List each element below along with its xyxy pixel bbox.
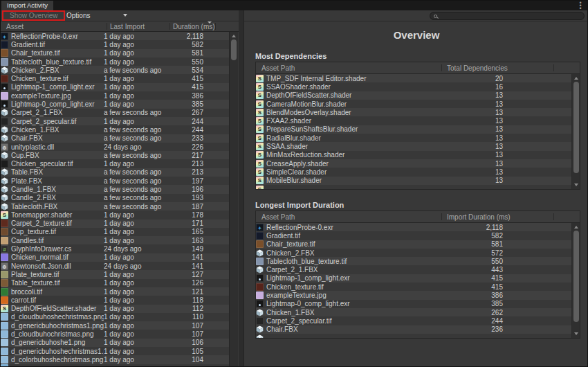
column-import-duration[interactable]: Import Duration (ms) (447, 213, 511, 221)
table-row[interactable]: Lightmap-0_comp_light.exr385 (256, 300, 571, 308)
table-row[interactable]: SFXAA2.shader13 (256, 116, 571, 125)
table-row[interactable]: SPrepareSunShaftsBlur.shader13 (256, 125, 571, 134)
last-import-value: 1 day ago (104, 75, 166, 82)
table-row[interactable]: ⚙unityplastic.dll24 days ago226 (1, 143, 229, 151)
table-row[interactable]: Lightmap-0_comp_light.exr1 day ago385 (1, 100, 229, 108)
column-asset-path[interactable]: Asset Path (261, 64, 295, 72)
table-row[interactable]: Candles.tif1 day ago163 (1, 236, 229, 244)
scroll-up-icon[interactable] (574, 226, 578, 229)
table-row[interactable]: SDepthOfFieldScatter.shader1 day ago112 (1, 305, 229, 313)
table-row[interactable]: ✦ReflectionProbe-0.exr1 day ago2,118 (1, 32, 229, 40)
table-row[interactable]: SSSAOShader.shader16 (256, 82, 571, 91)
table-row[interactable]: Chair_texture.tif581 (256, 240, 571, 249)
table-row[interactable]: SCameraMotionBlur.shader13 (256, 100, 571, 108)
scrollbar-thumb[interactable] (231, 39, 237, 60)
table-row[interactable]: SCreaseApply.shader13 (256, 159, 571, 168)
table-row[interactable]: Carpet_2_specular.tif1 day ago244 (1, 117, 229, 125)
table-row[interactable]: broccoli.tif1 day ago121 (1, 287, 229, 296)
table-row[interactable]: Tablecloth_blue_texture.tif550 (256, 257, 571, 265)
table-row[interactable]: SBlendModesOverlay.shader13 (256, 108, 571, 116)
table-row[interactable]: #GlyphInfoDrawer.cs24 days ago149 (1, 244, 229, 253)
scrollbar-vertical[interactable] (229, 32, 238, 367)
pane-divider[interactable] (239, 10, 244, 367)
table-row[interactable]: exampleTexture.jpg1 day ago386 (1, 91, 229, 100)
search-box[interactable] (430, 12, 585, 20)
table-row[interactable]: Cup_texture.tif1 day ago165 (1, 228, 229, 236)
table-row[interactable]: Chicken_2.FBX572 (256, 249, 571, 257)
table-row[interactable]: Plate_texture.tif1 day ago127 (1, 270, 229, 278)
table-row[interactable]: Table.FBXa few seconds ago213 (1, 168, 229, 177)
table-row[interactable]: STMP_SDF Internal Editor.shader20 (256, 74, 571, 82)
table-row[interactable]: d_colorbuhoshechristmas.png1 day ago104 (1, 355, 229, 364)
kebab-menu-icon[interactable]: ••• (578, 1, 583, 10)
table-row[interactable]: Table_texture.tif1 day ago126 (1, 279, 229, 287)
scrollbar-thumb[interactable] (573, 231, 579, 322)
table-row[interactable]: ✦ReflectionProbe-0.exr2,118 (256, 223, 571, 231)
table-row[interactable]: SDepthOfFieldScatter.shader13 (256, 91, 571, 100)
scrollbar-vertical[interactable] (571, 223, 580, 338)
table-row[interactable]: SRadialBlur.shader13 (256, 134, 571, 142)
table-row[interactable]: d_genericbuhoshechristmas1.png1 day ago1… (1, 347, 229, 355)
tab-import-activity[interactable]: Import Activity (1, 1, 53, 10)
table-row[interactable]: Carpet_2_1.FBX443 (256, 265, 571, 274)
scrollbar-vertical[interactable] (571, 74, 580, 189)
scroll-down-icon[interactable] (574, 332, 578, 335)
table-row[interactable]: ⚙Newtonsoft.Json.dll24 days ago141 (1, 262, 229, 270)
scroll-down-icon[interactable] (574, 184, 578, 186)
table-row-partial[interactable]: S (256, 185, 571, 189)
column-last-import[interactable]: Last Import (110, 23, 145, 30)
table-row[interactable]: Lightmap-1_comp_light.exr1 day ago415 (1, 83, 229, 91)
table-row[interactable]: exampleTexture.jpg386 (256, 291, 571, 299)
asset-name: Carpet_2_1.FBX (11, 109, 104, 116)
table-row[interactable]: d_genericbuhochristmas1.png1 day ago107 (1, 321, 229, 330)
table-row[interactable]: Carpet_2_texture.tif1 day ago171 (1, 220, 229, 228)
table-row[interactable]: STonemapper.shader1 day ago178 (1, 211, 229, 219)
table-row[interactable]: Chicken_texture.tif415 (256, 283, 571, 291)
column-total-dependencies[interactable]: Total Dependencies (447, 64, 508, 72)
table-row[interactable]: Cup.FBXa few seconds ago217 (1, 151, 229, 159)
table-row[interactable]: Candle_1.FBXa few seconds ago196 (1, 185, 229, 193)
show-overview-button[interactable]: Show Overview (2, 10, 65, 21)
table-row[interactable]: Tablecloth.FBXa few seconds ago187 (1, 202, 229, 211)
table-row[interactable]: SMobileBlur.shader13 (256, 177, 571, 185)
scrollbar-thumb[interactable] (573, 82, 579, 173)
search-input[interactable] (440, 12, 580, 19)
table-row[interactable]: Chicken_1.FBXa few seconds ago244 (1, 125, 229, 134)
table-row[interactable]: d_genericbuhoshe1.png1 day ago106 (1, 339, 229, 347)
table-row[interactable]: Chair_texture.tif1 day ago581 (1, 49, 229, 57)
scroll-up-icon[interactable] (574, 77, 578, 80)
table-row[interactable]: Gradient.tif1 day ago582 (1, 40, 229, 48)
shader-icon: S (256, 143, 264, 150)
options-dropdown[interactable]: Options (66, 11, 127, 20)
table-row[interactable]: Chair.FBXa few seconds ago233 (1, 134, 229, 143)
column-asset[interactable]: Asset (6, 23, 24, 30)
table-row[interactable]: Gradient.tif582 (256, 231, 571, 240)
texture-icon (1, 237, 8, 244)
table-row[interactable]: Plate.FBXa few seconds ago197 (1, 177, 229, 185)
table-row[interactable]: Chicken_specular.tif1 day ago213 (1, 159, 229, 168)
table-row[interactable]: Carpet_2_specular.tif244 (256, 316, 571, 325)
longest-import-table: Asset Path Import Duration (ms) ✦Reflect… (255, 211, 580, 339)
table-row[interactable]: Carpet_2_1.FBXa few seconds ago267 (1, 109, 229, 117)
table-row[interactable]: carrot.tif1 day ago118 (1, 296, 229, 304)
table-row[interactable]: SSSAA.shader13 (256, 142, 571, 150)
table-row[interactable]: SMinMaxReduction.shader13 (256, 151, 571, 159)
column-duration[interactable]: Duration (ms) (173, 23, 215, 30)
shader-icon: S (256, 160, 264, 168)
table-row[interactable]: Tablecloth_blue_texture.tif1 day ago550 (1, 57, 229, 66)
table-row-partial[interactable] (1, 364, 229, 367)
table-row[interactable]: Chicken_normal.tif1 day ago141 (1, 253, 229, 262)
column-asset-path[interactable]: Asset Path (261, 213, 295, 221)
last-import-value: 1 day ago (104, 288, 166, 296)
table-row[interactable]: Chicken_2.FBXa few seconds ago534 (1, 66, 229, 74)
table-row[interactable]: Chicken_1.FBX262 (256, 308, 571, 316)
table-row[interactable]: Lightmap-1_comp_light.exr415 (256, 274, 571, 283)
table-row[interactable]: d_cloudbuhochristmas.png1 day ago107 (1, 330, 229, 338)
scroll-up-icon[interactable] (232, 35, 236, 37)
table-row[interactable]: Chicken_texture.tif1 day ago415 (1, 74, 229, 82)
table-row[interactable]: Candle_2.FBXa few seconds ago193 (1, 194, 229, 202)
table-row[interactable]: d_cloudbuhoshechristmas.png1 day ago110 (1, 313, 229, 321)
table-row[interactable]: Chair.FBX236 (256, 325, 571, 334)
table-row-partial[interactable] (256, 334, 571, 338)
table-row[interactable]: SSimpleClear.shader13 (256, 168, 571, 176)
